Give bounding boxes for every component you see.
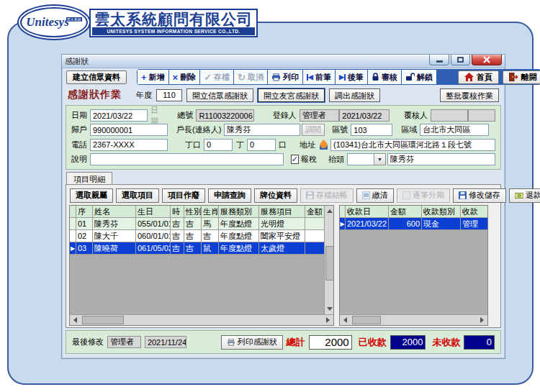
column-header[interactable]: 序 (76, 206, 93, 218)
items-vertical-scrollbar[interactable] (324, 206, 333, 314)
table-row[interactable]: 01 陳秀芬 055/01/01 吉 吉 馬 年度點燈 光明燈 (70, 218, 324, 230)
prev-icon: ◀ (307, 73, 313, 81)
window-title: 感謝狀 (65, 56, 89, 67)
void-item-button[interactable]: 項目作廢 (162, 188, 205, 203)
detail-toolbar: 選取親屬 選取項目 項目作廢 申請查詢 牌位資料 存檔結帳 繳清 (69, 187, 498, 204)
scroll-thumb[interactable] (82, 316, 124, 324)
year-input[interactable] (156, 89, 182, 101)
installment-button[interactable]: 逐筆分期 (397, 188, 450, 203)
male-count-input[interactable] (204, 139, 233, 151)
refund-button[interactable]: 退款 (509, 188, 540, 203)
payments-table: 收款日 金額 收款類別 收款 ▶ 2021/03/22 600 現金 管理 (339, 205, 488, 326)
header-combobox[interactable]: ▼ (347, 153, 386, 165)
scroll-left-icon[interactable] (70, 315, 81, 326)
column-header[interactable]: 收款日 (346, 206, 389, 218)
payments-header-row: 收款日 金額 收款類別 收款 (340, 206, 487, 218)
save-checkout-button[interactable]: 存檔結帳 (300, 188, 354, 203)
company-name-banner: 雲太系統顧問有限公司 UNITESYS SYSTEM INFORMATION S… (89, 9, 258, 37)
batch-review-button[interactable]: 整批覆核作業 (440, 88, 499, 102)
scroll-right-icon[interactable] (477, 315, 487, 326)
zip-input[interactable] (351, 124, 392, 136)
phone-input[interactable] (90, 139, 168, 151)
scroll-thumb[interactable] (352, 316, 381, 324)
recall-record-button[interactable]: 調閱 (302, 124, 325, 136)
total-amount-field[interactable] (309, 335, 352, 350)
payments-horizontal-scrollbar[interactable] (340, 314, 487, 325)
scroll-track[interactable] (81, 315, 323, 326)
table-row[interactable]: 02 陳大千 060/01/01 吉 吉 吉 年度點燈 闔家平安燈 (70, 230, 324, 242)
account-input[interactable] (90, 124, 168, 136)
print-cert-button[interactable]: 列印感謝狀 (221, 335, 283, 350)
reviewer-date-field (468, 109, 495, 122)
save-button[interactable]: ✓存檔 (200, 70, 233, 84)
add-button[interactable]: +新增 (138, 70, 168, 84)
open-believer-cert-button[interactable]: 開立信眾感謝狀 (186, 88, 253, 102)
recall-cert-button[interactable]: 調出感謝狀 (329, 88, 380, 102)
column-header[interactable]: 收款 (461, 206, 487, 218)
cancel-button[interactable]: ↻取消 (234, 70, 267, 84)
minimize-button[interactable] (429, 55, 449, 65)
scroll-right-icon[interactable] (323, 315, 333, 326)
apply-query-button[interactable]: 申請查詢 (208, 188, 251, 203)
column-header[interactable]: 生肖 (202, 206, 219, 218)
scroll-thumb[interactable] (325, 246, 334, 281)
address-input[interactable] (330, 139, 495, 151)
contact-input[interactable] (224, 124, 300, 136)
close-button[interactable] (472, 55, 502, 65)
prev-record-button[interactable]: ◀前筆 (303, 70, 335, 84)
table-cell: 吉 (171, 218, 184, 230)
column-header[interactable]: 生日 (136, 206, 171, 218)
delete-button[interactable]: ×刪除 (169, 70, 200, 84)
next-record-button[interactable]: ▶後筆 (336, 70, 367, 84)
table-cell (305, 230, 324, 242)
pay-off-button[interactable]: 繳清 (356, 188, 394, 203)
table-row-selected[interactable]: ▶ 2021/03/22 600 現金 管理 (340, 218, 487, 230)
table-cell: 年度點燈 (219, 218, 259, 230)
audit-button[interactable]: 審核 (368, 70, 401, 84)
female-count-input[interactable] (247, 139, 276, 151)
column-header[interactable]: 時 (171, 206, 184, 218)
total-label: 總計 (287, 336, 305, 349)
address-house-icon (318, 140, 329, 150)
scroll-up-icon[interactable] (325, 206, 334, 216)
tab-item-detail[interactable]: 項目明細 (66, 172, 112, 184)
tablet-data-button[interactable]: 牌位資料 (254, 188, 297, 203)
floppy-disabled-icon (306, 191, 314, 199)
table-cell (305, 218, 324, 230)
date-input[interactable] (90, 109, 148, 122)
select-item-button[interactable]: 選取項目 (116, 188, 159, 203)
column-header[interactable]: 性別 (184, 206, 202, 218)
items-horizontal-scrollbar[interactable] (70, 314, 333, 325)
exit-button[interactable]: 離開 (503, 70, 540, 84)
create-member-button[interactable]: 建立信眾資料 (66, 70, 127, 84)
district-input[interactable] (420, 124, 489, 136)
scroll-track[interactable] (351, 315, 477, 326)
scroll-down-icon[interactable] (325, 304, 334, 314)
form-row-3: 電話 丁口 丁 口 地址 (71, 139, 495, 151)
print-button[interactable]: 列印 (268, 70, 302, 84)
table-cell: 闔家平安燈 (259, 230, 305, 242)
tax-checkbox[interactable]: ✓ (291, 155, 299, 164)
column-header[interactable]: 金額 (389, 206, 422, 218)
page: Unitesys 雲太系統 雲太系統顧問有限公司 UNITESYS SYSTEM… (0, 0, 540, 392)
maximize-button[interactable] (451, 55, 470, 65)
column-header[interactable]: 金額 (305, 206, 324, 218)
note-input[interactable] (90, 153, 284, 165)
select-family-button[interactable]: 選取親屬 (70, 188, 113, 203)
table-row-selected[interactable]: ▶ 03 陳曉荷 061/05/02 吉 吉 鼠 年度點燈 太歲燈 (70, 242, 324, 255)
column-header[interactable]: 收款類別 (422, 206, 461, 218)
scroll-track[interactable] (325, 216, 334, 304)
home-button[interactable]: 首頁 (458, 70, 499, 84)
chevron-down-icon[interactable]: ▼ (374, 153, 386, 165)
column-header[interactable]: 服務項目 (259, 206, 305, 218)
modify-save-button[interactable]: 修改儲存 (453, 188, 506, 203)
maximize-icon (457, 57, 464, 63)
home-icon (464, 73, 474, 81)
scroll-left-icon[interactable] (340, 315, 351, 326)
open-temple-cert-button[interactable]: 開立友宮感謝狀 (258, 88, 325, 102)
company-logo: Unitesys 雲太系統 (20, 7, 88, 37)
column-header[interactable]: 服務類別 (219, 206, 259, 218)
column-header[interactable]: 姓名 (93, 206, 136, 218)
unlock-button[interactable]: 解鎖 (402, 70, 436, 84)
header-name-input[interactable] (387, 153, 495, 165)
